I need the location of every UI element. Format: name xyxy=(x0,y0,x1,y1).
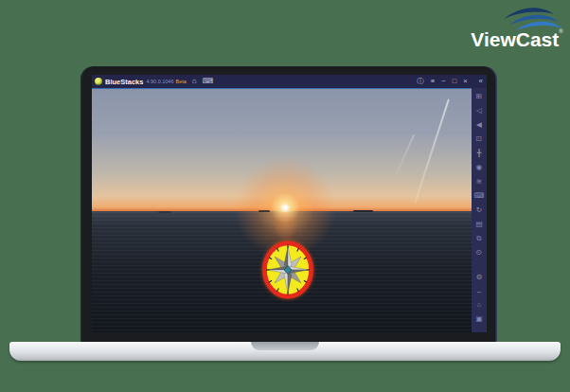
fullscreen-icon[interactable]: ⊞ xyxy=(476,93,482,100)
home-nav-icon[interactable]: ⌂ xyxy=(477,301,482,309)
settings-icon[interactable]: ⚙ xyxy=(476,274,483,281)
bluestacks-titlebar: BlueStacks 4.90.0.1046 Beta ⌂ ⌨ ⓘ ≡ − □ … xyxy=(92,75,487,88)
minimize-icon[interactable]: − xyxy=(441,78,445,85)
recents-icon[interactable]: ▣ xyxy=(475,315,482,323)
viewcast-logo: ViewCast® xyxy=(462,2,566,55)
game-controls-icon[interactable]: ╋ xyxy=(477,150,482,157)
emulator-sidebar: ⊞ ◁ ◀ ⊡ ╋ ◉ ≋ ⌨ ↻ ▤ ⧉ ⊙ ⚙ ← ⌂ ▣ xyxy=(472,88,487,332)
info-icon[interactable]: ⓘ xyxy=(417,78,424,85)
keymap-icon[interactable]: ⌨ xyxy=(474,192,485,200)
ship-silhouette xyxy=(158,211,171,213)
laptop-screen: BlueStacks 4.90.0.1046 Beta ⌂ ⌨ ⓘ ≡ − □ … xyxy=(80,66,497,343)
keyboard-icon[interactable]: ⌨ xyxy=(203,78,214,85)
registered-mark: ® xyxy=(559,28,562,34)
rotate-icon[interactable]: ↻ xyxy=(476,206,482,214)
multi-instance-icon[interactable]: ⧉ xyxy=(476,235,481,242)
back-icon[interactable]: ← xyxy=(475,288,483,295)
window-controls: ⓘ ≡ − □ × « xyxy=(417,78,483,85)
laptop-notch xyxy=(251,342,319,350)
volume-up-icon[interactable]: ◁ xyxy=(476,107,482,115)
menu-icon[interactable]: ≡ xyxy=(431,78,435,85)
ship-silhouette xyxy=(258,210,270,212)
bluestacks-body: ⊞ ◁ ◀ ⊡ ╋ ◉ ≋ ⌨ ↻ ▤ ⧉ ⊙ ⚙ ← ⌂ ▣ xyxy=(92,88,487,332)
home-icon[interactable]: ⌂ xyxy=(192,78,197,85)
shake-icon[interactable]: ≋ xyxy=(476,178,482,186)
beta-badge: Beta xyxy=(176,79,187,84)
record-icon[interactable]: ⊙ xyxy=(476,249,482,257)
brand-name: ViewCast® xyxy=(470,28,564,51)
location-icon[interactable]: ◉ xyxy=(476,164,483,171)
compass-rose-icon xyxy=(261,240,314,300)
install-apk-icon[interactable]: ▤ xyxy=(475,221,482,228)
ship-silhouette xyxy=(353,210,373,213)
volume-down-icon[interactable]: ◀ xyxy=(476,121,482,129)
contrail xyxy=(414,99,450,205)
screenshot-icon[interactable]: ⊡ xyxy=(476,135,482,143)
contrail xyxy=(396,134,416,175)
app-name: BlueStacks xyxy=(105,78,143,86)
maximize-icon[interactable]: □ xyxy=(453,78,457,85)
collapse-sidebar-icon[interactable]: « xyxy=(479,78,483,85)
sunset-sea-photo xyxy=(92,88,472,332)
laptop-base xyxy=(9,342,561,361)
viewcast-promo-graphic: ViewCast® BlueStacks 4.90.0.1046 Beta ⌂ … xyxy=(0,0,570,392)
app-version: 4.90.0.1046 xyxy=(146,79,173,84)
bluestacks-logo-icon xyxy=(95,78,102,85)
bluestacks-window: BlueStacks 4.90.0.1046 Beta ⌂ ⌨ ⓘ ≡ − □ … xyxy=(92,75,487,332)
close-icon[interactable]: × xyxy=(463,78,467,85)
